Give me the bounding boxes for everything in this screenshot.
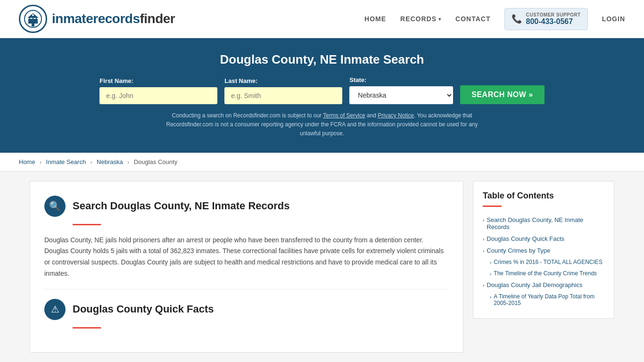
search-section-divider xyxy=(73,224,101,225)
state-label: State: xyxy=(349,76,453,83)
search-banner: Douglas County, NE Inmate Search First N… xyxy=(0,38,644,153)
toc-chevron-1-icon: › xyxy=(483,218,484,223)
customer-support-box: 📞 CUSTOMER SUPPORT 800-433-0567 xyxy=(504,8,587,30)
search-disclaimer: Conducting a search on Recordsfinder.com… xyxy=(157,111,487,139)
last-name-input[interactable] xyxy=(224,87,342,104)
last-name-label: Last Name: xyxy=(224,77,342,84)
first-name-label: First Name: xyxy=(99,77,217,84)
search-now-button[interactable]: SEARCH NOW » xyxy=(460,85,544,104)
toc-chevron-7-icon: › xyxy=(490,295,491,300)
svg-rect-2 xyxy=(28,19,38,24)
toc-link-7[interactable]: › A Timeline of Yearly Data Pop Total fr… xyxy=(490,293,604,306)
search-section-icon: 🔍 xyxy=(44,196,66,217)
first-name-input[interactable] xyxy=(99,87,217,104)
svg-point-7 xyxy=(32,14,34,16)
toc-link-6[interactable]: › Douglas County Jail Demographics xyxy=(483,281,604,288)
breadcrumb-sep-2: › xyxy=(91,159,92,165)
breadcrumb-inmate-search[interactable]: Inmate Search xyxy=(46,158,86,165)
first-name-group: First Name: xyxy=(99,77,217,104)
toc-item-1: › Search Douglas County, NE Inmate Recor… xyxy=(483,214,604,233)
toc-chevron-2-icon: › xyxy=(483,237,484,242)
toc-chevron-3-icon: › xyxy=(483,248,484,254)
breadcrumb: Home › Inmate Search › Nebraska › Dougla… xyxy=(0,153,644,172)
toc-list: › Search Douglas County, NE Inmate Recor… xyxy=(483,214,604,309)
toc-item-5: › The Timeline of the County Crime Trend… xyxy=(483,268,604,279)
quick-facts-title: Douglas County Quick Facts xyxy=(73,303,214,315)
search-icon: 🔍 xyxy=(49,200,61,212)
toc-link-4[interactable]: › Crimes % in 2016 - TOTAL ALL AGENCIES xyxy=(490,259,604,265)
breadcrumb-sep-1: › xyxy=(40,159,41,165)
toc-item-3: › County Crimes by Type xyxy=(483,245,604,256)
search-section-body: Douglas County, NE jails hold prisoners … xyxy=(44,235,449,280)
toc-item-6: › Douglas County Jail Demographics xyxy=(483,279,604,291)
sidebar: Table of Contents › Search Douglas Count… xyxy=(473,181,614,353)
search-section-header: 🔍 Search Douglas County, NE Inmate Recor… xyxy=(44,196,449,217)
breadcrumb-home[interactable]: Home xyxy=(19,158,35,165)
toc-item-4: › Crimes % in 2016 - TOTAL ALL AGENCIES xyxy=(483,256,604,268)
nav-records[interactable]: RECORDS ▾ xyxy=(400,15,441,23)
logo-area: inmaterecordsfinder xyxy=(19,5,175,33)
quick-facts-header: ⚠ Douglas County Quick Facts xyxy=(44,299,449,320)
last-name-group: Last Name: xyxy=(224,77,342,104)
toc-title: Table of Contents xyxy=(483,191,604,201)
breadcrumb-sep-3: › xyxy=(127,159,129,165)
search-section-title: Search Douglas County, NE Inmate Records xyxy=(73,200,289,212)
nav-home[interactable]: HOME xyxy=(364,15,386,23)
toc-divider xyxy=(483,206,502,207)
support-phone: 800-433-0567 xyxy=(526,17,580,26)
quick-facts-icon: ⚠ xyxy=(44,299,66,320)
toc-link-2[interactable]: › Douglas County Quick Facts xyxy=(483,235,604,242)
toc-link-1[interactable]: › Search Douglas County, NE Inmate Recor… xyxy=(483,216,604,230)
search-form: First Name: Last Name: State: Nebraska S… xyxy=(19,76,625,104)
toc-item-7: › A Timeline of Yearly Data Pop Total fr… xyxy=(483,291,604,309)
site-header: inmaterecordsfinder HOME RECORDS ▾ CONTA… xyxy=(0,0,644,38)
state-group: State: Nebraska xyxy=(349,76,453,104)
nav-contact[interactable]: CONTACT xyxy=(455,15,490,23)
search-records-section: 🔍 Search Douglas County, NE Inmate Recor… xyxy=(44,196,449,289)
support-label: CUSTOMER SUPPORT xyxy=(526,12,580,17)
toc-link-5[interactable]: › The Timeline of the County Crime Trend… xyxy=(490,270,604,277)
nav-login[interactable]: LOGIN xyxy=(602,15,625,23)
quick-facts-divider xyxy=(73,327,101,329)
tos-link[interactable]: Terms of Service xyxy=(323,112,365,119)
breadcrumb-current: Douglas County xyxy=(134,158,178,165)
main-nav: HOME RECORDS ▾ CONTACT 📞 CUSTOMER SUPPOR… xyxy=(364,8,625,30)
toc-chevron-5-icon: › xyxy=(490,272,491,277)
toc-item-2: › Douglas County Quick Facts xyxy=(483,233,604,245)
logo-icon xyxy=(19,5,47,33)
quick-facts-section: ⚠ Douglas County Quick Facts xyxy=(44,289,449,329)
main-container: 🔍 Search Douglas County, NE Inmate Recor… xyxy=(20,181,624,353)
state-select[interactable]: Nebraska xyxy=(349,86,453,104)
records-chevron-icon: ▾ xyxy=(438,16,441,22)
breadcrumb-nebraska[interactable]: Nebraska xyxy=(97,158,123,165)
alert-icon: ⚠ xyxy=(51,304,59,315)
banner-title: Douglas County, NE Inmate Search xyxy=(19,52,625,67)
toc-link-3[interactable]: › County Crimes by Type xyxy=(483,247,604,254)
toc-chevron-6-icon: › xyxy=(483,283,484,288)
toc-chevron-4-icon: › xyxy=(490,260,491,265)
phone-icon: 📞 xyxy=(512,14,522,24)
content-area: 🔍 Search Douglas County, NE Inmate Recor… xyxy=(30,181,463,353)
logo-text: inmaterecordsfinder xyxy=(52,11,175,26)
privacy-link[interactable]: Privacy Notice xyxy=(378,112,414,119)
toc-box: Table of Contents › Search Douglas Count… xyxy=(473,181,614,319)
